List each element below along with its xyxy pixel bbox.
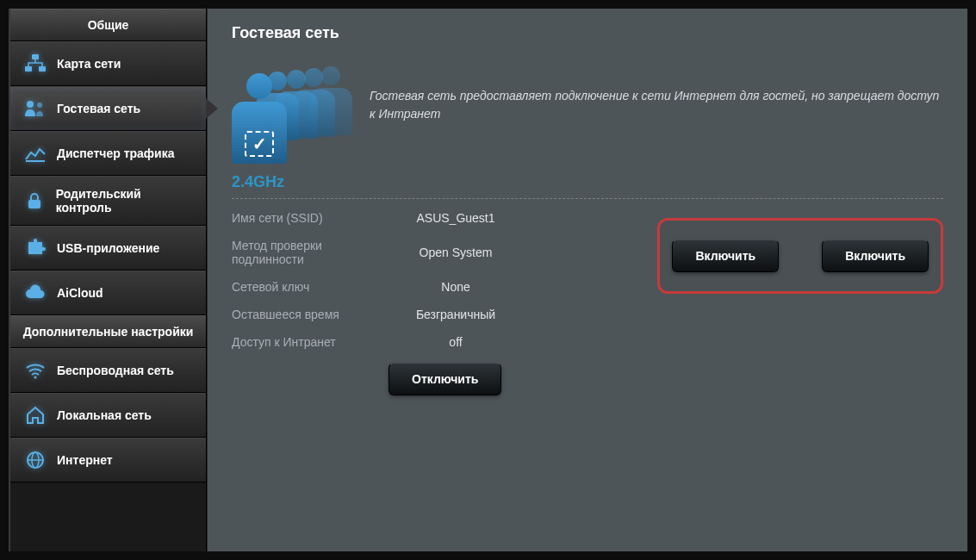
- sidebar-item-network-map[interactable]: Карта сети: [10, 41, 206, 86]
- ssid-value: ASUS_Guest1: [395, 211, 516, 225]
- guest-people-graphic: ✓: [232, 58, 361, 152]
- sidebar-item-guest-network[interactable]: Гостевая сеть: [10, 86, 206, 131]
- svg-point-6: [34, 376, 37, 379]
- sidebar-section-general: Общие: [10, 9, 206, 41]
- auth-label: Метод проверки подлинности: [232, 239, 395, 266]
- enable-button-2[interactable]: Включить: [822, 240, 929, 272]
- sidebar-item-label: Интернет: [57, 453, 113, 467]
- banner: ✓ Гостевая сеть предоставляет подключени…: [232, 58, 943, 152]
- sidebar-item-label: AiCloud: [57, 286, 103, 300]
- network-map-icon: [22, 53, 48, 75]
- wifi-icon: [22, 359, 48, 382]
- time-label: Оставшееся время: [232, 308, 395, 321]
- cloud-icon: [22, 282, 48, 304]
- lock-icon: [22, 190, 47, 212]
- sidebar-item-traffic-manager[interactable]: Диспетчер трафика: [10, 131, 206, 176]
- globe-icon: [22, 449, 48, 471]
- divider: [232, 198, 943, 199]
- disable-button[interactable]: Отключить: [389, 363, 501, 395]
- home-icon: [22, 404, 48, 426]
- key-label: Сетевой ключ: [232, 280, 395, 294]
- sidebar-item-label: Карта сети: [57, 57, 121, 71]
- svg-rect-2: [39, 66, 46, 72]
- auth-value: Open System: [395, 246, 516, 259]
- sidebar-item-label: Гостевая сеть: [57, 102, 140, 115]
- time-value: Безграничный: [395, 308, 516, 321]
- sidebar-item-usb-app[interactable]: USB-приложение: [10, 226, 206, 271]
- sidebar-item-label: Беспроводная сеть: [57, 364, 174, 377]
- svg-point-4: [37, 103, 42, 108]
- svg-rect-1: [25, 66, 32, 72]
- sidebar-item-label: USB-приложение: [57, 241, 159, 255]
- intranet-value: off: [395, 335, 516, 349]
- sidebar: Общие Карта сети Гостевая сеть Диспетчер…: [9, 9, 207, 551]
- sidebar-item-internet[interactable]: Интернет: [10, 438, 206, 482]
- check-icon: ✓: [245, 131, 274, 157]
- network-fields: Имя сети (SSID) ASUS_Guest1 Метод провер…: [232, 211, 657, 395]
- guest-network-icon: [22, 97, 48, 120]
- sidebar-section-advanced: Дополнительные настройки: [10, 315, 206, 348]
- enable-buttons-callout: Включить Включить: [657, 218, 943, 294]
- band-label: 2.4GHz: [232, 173, 943, 198]
- banner-description: Гостевая сеть предоставляет подключение …: [361, 87, 943, 123]
- enable-button-1[interactable]: Включить: [672, 240, 779, 272]
- svg-rect-0: [32, 54, 39, 59]
- sidebar-item-aicloud[interactable]: AiCloud: [10, 271, 206, 315]
- svg-point-3: [27, 101, 34, 108]
- puzzle-icon: [22, 237, 48, 259]
- traffic-icon: [22, 142, 48, 165]
- sidebar-item-label: Локальная сеть: [57, 408, 152, 422]
- sidebar-item-wireless[interactable]: Беспроводная сеть: [10, 348, 206, 393]
- ssid-label: Имя сети (SSID): [232, 211, 395, 225]
- svg-rect-5: [28, 200, 40, 208]
- sidebar-item-label: Родительский контроль: [56, 187, 194, 215]
- sidebar-item-lan[interactable]: Локальная сеть: [10, 393, 206, 438]
- main-content: Гостевая сеть ✓ Гостевая сеть предоставл…: [207, 9, 967, 551]
- sidebar-item-parental-control[interactable]: Родительский контроль: [10, 176, 206, 226]
- page-title: Гостевая сеть: [232, 24, 943, 42]
- sidebar-item-label: Диспетчер трафика: [57, 146, 174, 160]
- intranet-label: Доступ к Интранет: [232, 335, 395, 349]
- key-value: None: [395, 280, 516, 294]
